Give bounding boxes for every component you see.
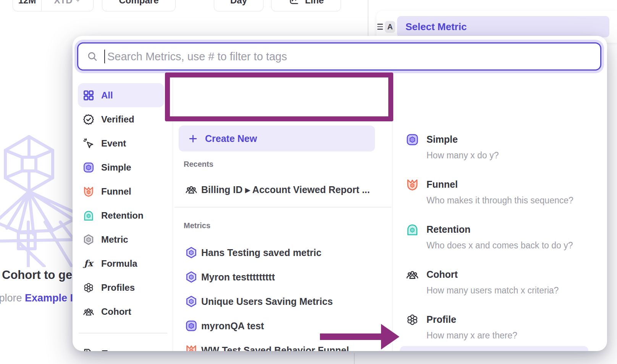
metric-list-item[interactable]: Unique Users Saving Metrics [185, 289, 333, 314]
funnel-icon [185, 344, 198, 351]
simple-icon [82, 161, 95, 174]
sidebar-item-profiles[interactable]: Profiles [73, 275, 173, 300]
sidebar-item-metric[interactable]: Metric [73, 227, 173, 251]
profile-icon [405, 313, 419, 327]
page-divider-bottom [354, 353, 355, 364]
background-wireframe-illustration [0, 126, 78, 267]
example-link[interactable]: Example I [25, 292, 73, 304]
metric-search-bar[interactable] [77, 42, 601, 71]
simple-icon [185, 319, 198, 332]
metric-list-item[interactable]: myronQA test [185, 314, 264, 338]
metric-list-item[interactable]: Myron testtttttttt [185, 265, 275, 289]
formula-icon: ƒx [82, 258, 95, 270]
cohort-icon [82, 306, 95, 318]
recents-divider [174, 207, 391, 208]
grid-icon [82, 89, 95, 101]
sidebar-item-formula[interactable]: ƒx Formula [73, 251, 173, 275]
line-chart-type-button[interactable]: Line [271, 0, 341, 11]
custom-event-arrow-annotation [317, 322, 401, 351]
sidebar-item-event[interactable]: Event [73, 131, 173, 155]
metric-hexagon-icon [185, 246, 198, 259]
metric-types-column: Simple How many x do y? Funnel Who makes… [392, 79, 607, 351]
sidebar-item-partial[interactable]: T [82, 341, 108, 351]
sidebar-item-all[interactable]: All [78, 83, 164, 107]
cohort-icon [185, 183, 198, 196]
metric-hexagon-icon [185, 271, 198, 283]
metric-hexagon-icon [185, 295, 198, 308]
type-profile[interactable]: Profile How many x are there? [405, 313, 517, 341]
text-cursor [104, 50, 105, 63]
type-simple[interactable]: Simple How many x do y? [405, 133, 499, 161]
retention-icon [405, 223, 419, 237]
svg-text:ƒx: ƒx [82, 258, 94, 268]
simple-icon [405, 133, 419, 147]
search-input[interactable] [107, 50, 592, 63]
sidebar-item-funnel[interactable]: Funnel [73, 179, 173, 203]
sidebar-item-retention[interactable]: Retention [73, 203, 173, 227]
type-funnel[interactable]: Funnel Who makes it through this sequenc… [405, 178, 573, 206]
range-12m-button[interactable]: 12M [13, 0, 42, 11]
sidebar-item-verified[interactable]: Verified [73, 107, 173, 131]
profiles-icon [82, 282, 95, 294]
retention-icon [82, 209, 95, 222]
chevron-down-icon [75, 0, 81, 3]
create-new-highlight-annotation [165, 72, 393, 121]
recents-header: Recents [184, 160, 213, 169]
background-heading-partial: Cohort to ge [2, 268, 72, 282]
recent-item-billing[interactable]: Billing ID ▸ Account Viewed Report ... [185, 179, 370, 200]
metric-icon [82, 234, 95, 246]
compare-button[interactable]: Compare [102, 0, 176, 11]
type-retention[interactable]: Retention Who does x and comes back to d… [405, 223, 573, 251]
sidebar-divider [79, 333, 167, 333]
event-icon [82, 137, 95, 150]
tag-icon [82, 347, 95, 351]
funnel-icon [405, 178, 419, 192]
range-xtd-button[interactable]: XTD [42, 0, 93, 11]
sidebar-item-cohort[interactable]: Cohort [73, 300, 173, 324]
verified-icon [82, 113, 95, 126]
plus-icon [188, 134, 198, 144]
type-custom-event[interactable]: Custom Event Build your own event defini… [400, 346, 588, 351]
metric-list-item[interactable]: Hans Testing saved metric [185, 240, 321, 265]
cohort-icon [405, 268, 419, 282]
day-button[interactable]: Day [214, 0, 263, 11]
create-new-button[interactable]: Create New [179, 126, 375, 151]
date-range-control[interactable]: 12M XTD [13, 0, 94, 11]
drag-handle-icon[interactable] [377, 24, 383, 29]
sidebar-item-simple[interactable]: Simple [73, 155, 173, 179]
select-metric-field[interactable]: Select Metric [397, 16, 609, 37]
type-filter-sidebar: All Verified Event Simple [73, 83, 173, 333]
line-chart-icon [288, 0, 300, 6]
funnel-icon [82, 185, 95, 198]
background-explore-line: xplore Example I [0, 292, 73, 304]
type-cohort[interactable]: Cohort How many users match x criteria? [405, 268, 559, 296]
search-icon [87, 51, 98, 62]
series-badge: A [385, 21, 395, 33]
metrics-header: Metrics [184, 221, 210, 230]
